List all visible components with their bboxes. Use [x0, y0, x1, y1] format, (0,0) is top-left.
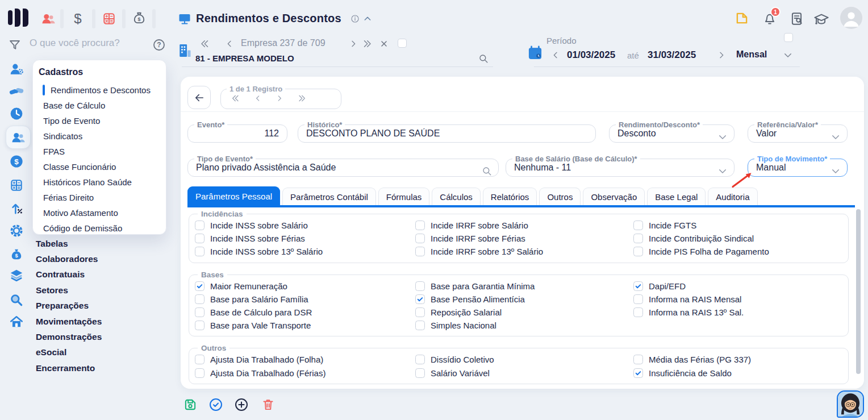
- sidebar-section[interactable]: Movimentações: [36, 314, 102, 329]
- add-button[interactable]: [234, 397, 249, 412]
- sidebar-section[interactable]: eSocial: [36, 345, 102, 360]
- menu-item[interactable]: Motivo Afastamento: [33, 205, 166, 221]
- filter-icon[interactable]: [8, 38, 22, 52]
- menu-item[interactable]: Históricos Plano Saúde: [33, 174, 166, 190]
- checkbox[interactable]: [415, 368, 425, 378]
- referencia-valor-field[interactable]: Referência/Valor* Valor: [748, 120, 848, 143]
- sidebar-people-button[interactable]: [11, 130, 26, 145]
- checkbox[interactable]: [415, 355, 425, 364]
- base-salario-field[interactable]: Base de Salário (Base de Cálculo)* Nenhu…: [506, 155, 735, 177]
- checkbox[interactable]: [633, 368, 643, 378]
- collapse-chevron-icon[interactable]: [363, 14, 372, 23]
- tipo-evento-input[interactable]: Plano privado Assistência a Saúde: [188, 163, 498, 173]
- sidebar-dollar-button[interactable]: [9, 154, 24, 169]
- checkbox[interactable]: [633, 355, 643, 364]
- assistant-avatar-button[interactable]: [837, 390, 864, 418]
- checkbox[interactable]: [415, 307, 425, 317]
- checkbox-row[interactable]: Informa na RAIS Mensal: [633, 293, 842, 306]
- menu-item[interactable]: Férias Direito: [33, 190, 166, 205]
- menu-item[interactable]: Código de Demissão: [33, 221, 166, 236]
- company-checkbox[interactable]: [398, 39, 407, 48]
- tab[interactable]: Outros: [539, 188, 581, 205]
- checkbox[interactable]: [633, 281, 643, 291]
- checkbox[interactable]: [195, 321, 205, 330]
- period-mode-select[interactable]: Mensal: [736, 49, 767, 60]
- menu-item[interactable]: Tipo de Evento: [33, 113, 166, 128]
- info-icon[interactable]: [350, 14, 360, 23]
- delete-button[interactable]: [261, 397, 276, 412]
- checkbox-row[interactable]: Base para Salário Família: [195, 293, 415, 306]
- back-button[interactable]: [187, 86, 211, 109]
- module-money-bag-button[interactable]: [132, 11, 147, 26]
- menu-item[interactable]: Sindicatos: [33, 128, 166, 144]
- tab[interactable]: Cálculos: [432, 188, 481, 205]
- rendimento-desconto-select[interactable]: Desconto: [610, 128, 734, 139]
- checkbox-row[interactable]: Base para Vale Transporte: [195, 319, 415, 332]
- period-mode-chevron-icon[interactable]: [783, 50, 793, 60]
- record-last-button[interactable]: [297, 94, 306, 103]
- period-prev-button[interactable]: [551, 51, 560, 60]
- sidebar-money-bag-button[interactable]: [9, 247, 24, 262]
- checkbox[interactable]: [195, 221, 205, 230]
- tab[interactable]: Parâmetros Pessoal: [187, 186, 280, 205]
- module-dollar-button[interactable]: $: [70, 11, 85, 26]
- sidebar-person-gear-button[interactable]: [9, 62, 24, 77]
- tab[interactable]: Auditoria: [708, 188, 757, 205]
- checkbox-row[interactable]: Incide INSS sobre 13º Salário: [195, 245, 415, 258]
- checkbox[interactable]: [415, 321, 425, 330]
- checkbox[interactable]: [633, 294, 643, 304]
- sidebar-section[interactable]: Colaboradores: [36, 251, 102, 267]
- checkbox-row[interactable]: Reposição Salarial: [415, 306, 633, 319]
- checkbox-row[interactable]: Ajusta Dia Trabalhado (Férias): [195, 367, 415, 380]
- checkbox[interactable]: [195, 281, 205, 291]
- sidebar-clock-button[interactable]: [9, 106, 24, 121]
- panel-scrollbar[interactable]: [856, 209, 861, 386]
- checkbox-row[interactable]: Base Pensão Alimentícia: [415, 293, 633, 306]
- confirm-button[interactable]: [208, 397, 223, 412]
- record-prev-button[interactable]: [254, 94, 262, 102]
- sidebar-arrow-percent-button[interactable]: [9, 201, 24, 215]
- company-last-button[interactable]: [362, 39, 372, 49]
- historico-input[interactable]: DESCONTO PLANO DE SAÚDE: [298, 128, 595, 139]
- checkbox-row[interactable]: Incide IRRF sobre 13º Salário: [415, 245, 633, 258]
- menu-item[interactable]: Base de Cálculo: [33, 98, 166, 113]
- evento-field[interactable]: Evento* 112: [187, 120, 287, 143]
- menu-item[interactable]: Classe Funcionário: [33, 159, 166, 174]
- checkbox-row[interactable]: Incide Contribuição Sindical: [633, 232, 842, 245]
- checkbox-row[interactable]: Incide PIS Folha de Pagamento: [633, 245, 842, 258]
- checkbox[interactable]: [415, 294, 425, 304]
- sidebar-section[interactable]: Tabelas: [36, 236, 102, 251]
- sidebar-handshake-button[interactable]: [9, 84, 24, 99]
- tab[interactable]: Parâmetros Contábil: [282, 188, 376, 205]
- user-avatar[interactable]: [838, 5, 864, 31]
- evento-input[interactable]: 112: [188, 128, 287, 139]
- search-icon[interactable]: [482, 166, 492, 176]
- checkbox-row[interactable]: Incide IRRF sobre Salário: [415, 219, 633, 232]
- sidebar-gear-button[interactable]: [9, 223, 24, 238]
- record-first-button[interactable]: [231, 94, 240, 103]
- checkbox[interactable]: [415, 247, 425, 256]
- training-button[interactable]: [813, 11, 829, 27]
- notes-button[interactable]: [735, 11, 749, 26]
- checkbox-row[interactable]: Incide INSS sobre Salário: [195, 219, 415, 232]
- checkbox[interactable]: [195, 234, 205, 243]
- checkbox[interactable]: [415, 281, 425, 291]
- checkbox[interactable]: [633, 234, 643, 243]
- period-end-date[interactable]: 31/03/2025: [648, 49, 696, 61]
- global-search-input[interactable]: [30, 38, 140, 49]
- checkbox-row[interactable]: Dapi/EFD: [633, 280, 842, 293]
- checkbox[interactable]: [633, 247, 643, 256]
- checkbox-row[interactable]: Insuficiência de Saldo: [633, 367, 842, 380]
- checkbox-row[interactable]: Salário Variável: [415, 367, 633, 380]
- chevron-down-icon[interactable]: [831, 132, 841, 142]
- checkbox[interactable]: [195, 368, 205, 378]
- company-search-icon[interactable]: [478, 53, 489, 64]
- checkbox-row[interactable]: Simples Nacional: [415, 319, 633, 332]
- sidebar-calculator-button[interactable]: [9, 178, 24, 193]
- checkbox[interactable]: [415, 234, 425, 243]
- checkbox-row[interactable]: Incide INSS sobre Férias: [195, 232, 415, 245]
- sidebar-section[interactable]: Encerramento: [36, 360, 102, 376]
- tab[interactable]: Fórmulas: [378, 188, 430, 205]
- checkbox-row[interactable]: Informa na RAIS 13º Sal.: [633, 306, 842, 319]
- rendimento-desconto-field[interactable]: Rendimento/Desconto* Desconto: [609, 120, 735, 143]
